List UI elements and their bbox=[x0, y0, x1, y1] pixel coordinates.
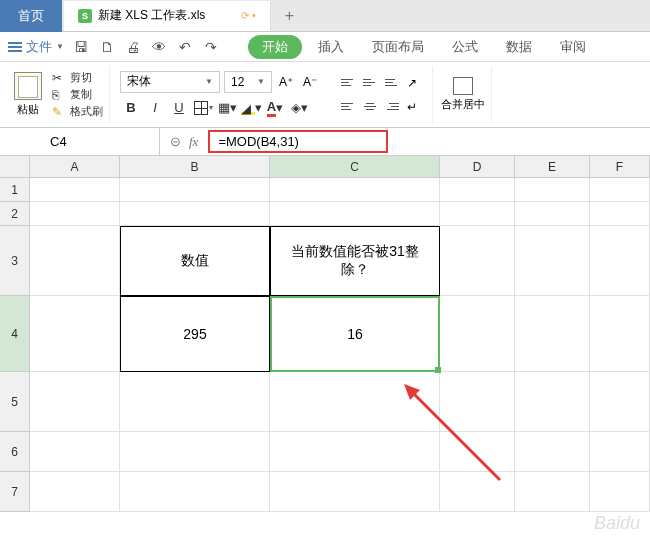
cell[interactable] bbox=[590, 296, 650, 372]
undo-icon[interactable]: ↶ bbox=[176, 38, 194, 56]
tab-insert[interactable]: 插入 bbox=[306, 34, 356, 60]
fill-pattern-button[interactable]: ▦▾ bbox=[216, 97, 238, 119]
cell[interactable] bbox=[590, 472, 650, 512]
col-header-a[interactable]: A bbox=[30, 156, 120, 178]
tab-data[interactable]: 数据 bbox=[494, 34, 544, 60]
print-icon[interactable]: 🖨 bbox=[124, 38, 142, 56]
decrease-font-icon[interactable]: A⁻ bbox=[300, 72, 320, 92]
row-header-1[interactable]: 1 bbox=[0, 178, 30, 202]
orientation-icon[interactable]: ↗ bbox=[404, 73, 424, 93]
cell-c4-active[interactable]: 16 bbox=[270, 296, 440, 372]
formula-input[interactable]: =MOD(B4,31) bbox=[208, 128, 650, 155]
bold-button[interactable]: B bbox=[120, 97, 142, 119]
cell[interactable] bbox=[515, 202, 590, 226]
file-menu[interactable]: 文件 ▼ bbox=[8, 38, 64, 56]
tab-review[interactable]: 审阅 bbox=[548, 34, 598, 60]
cell[interactable] bbox=[515, 432, 590, 472]
zoom-icon[interactable]: ⊝ bbox=[170, 134, 181, 149]
cell[interactable] bbox=[120, 372, 270, 432]
tab-start[interactable]: 开始 bbox=[248, 35, 302, 59]
row-header-2[interactable]: 2 bbox=[0, 202, 30, 226]
redo-icon[interactable]: ↷ bbox=[202, 38, 220, 56]
cut-button[interactable]: 剪切 bbox=[52, 70, 103, 85]
row-header-5[interactable]: 5 bbox=[0, 372, 30, 432]
col-header-d[interactable]: D bbox=[440, 156, 515, 178]
cell[interactable] bbox=[270, 432, 440, 472]
cell[interactable] bbox=[515, 178, 590, 202]
save-as-icon[interactable]: 🗋 bbox=[98, 38, 116, 56]
cell[interactable] bbox=[30, 432, 120, 472]
cell[interactable] bbox=[590, 372, 650, 432]
cell[interactable] bbox=[270, 372, 440, 432]
cell[interactable] bbox=[440, 372, 515, 432]
cell[interactable] bbox=[440, 202, 515, 226]
cell[interactable] bbox=[590, 202, 650, 226]
italic-button[interactable]: I bbox=[144, 97, 166, 119]
font-name-select[interactable]: 宋体▼ bbox=[120, 71, 220, 93]
cell[interactable] bbox=[440, 432, 515, 472]
copy-button[interactable]: 复制 bbox=[52, 87, 103, 102]
cell[interactable] bbox=[30, 296, 120, 372]
add-tab-button[interactable]: + bbox=[271, 7, 308, 25]
cell[interactable] bbox=[30, 178, 120, 202]
cell[interactable] bbox=[515, 226, 590, 296]
cell[interactable] bbox=[590, 432, 650, 472]
col-header-f[interactable]: F bbox=[590, 156, 650, 178]
align-left-icon[interactable] bbox=[338, 97, 358, 117]
tab-formula[interactable]: 公式 bbox=[440, 34, 490, 60]
row-header-4[interactable]: 4 bbox=[0, 296, 30, 372]
align-center-icon[interactable] bbox=[360, 97, 380, 117]
cell[interactable] bbox=[30, 472, 120, 512]
cell[interactable] bbox=[120, 472, 270, 512]
row-header-7[interactable]: 7 bbox=[0, 472, 30, 512]
font-size-select[interactable]: 12▼ bbox=[224, 71, 272, 93]
cell[interactable] bbox=[270, 178, 440, 202]
format-painter-button[interactable]: 格式刷 bbox=[52, 104, 103, 119]
fx-icon[interactable]: fx bbox=[189, 134, 198, 150]
borders-button[interactable]: ▾ bbox=[192, 97, 214, 119]
col-header-e[interactable]: E bbox=[515, 156, 590, 178]
row-header-6[interactable]: 6 bbox=[0, 432, 30, 472]
cell-b3[interactable]: 数值 bbox=[120, 226, 270, 296]
tab-home[interactable]: 首页 bbox=[0, 0, 62, 32]
align-bottom-icon[interactable] bbox=[382, 73, 402, 93]
cell[interactable] bbox=[440, 178, 515, 202]
cell[interactable] bbox=[515, 472, 590, 512]
font-color-button[interactable]: A▾ bbox=[264, 97, 286, 119]
effects-button[interactable]: ◈▾ bbox=[288, 97, 310, 119]
cell[interactable] bbox=[120, 432, 270, 472]
underline-button[interactable]: U bbox=[168, 97, 190, 119]
col-header-b[interactable]: B bbox=[120, 156, 270, 178]
tab-page-layout[interactable]: 页面布局 bbox=[360, 34, 436, 60]
cell[interactable] bbox=[30, 226, 120, 296]
cell[interactable] bbox=[440, 472, 515, 512]
col-header-c[interactable]: C bbox=[270, 156, 440, 178]
cell[interactable] bbox=[590, 226, 650, 296]
cell[interactable] bbox=[270, 472, 440, 512]
cell[interactable] bbox=[440, 226, 515, 296]
cell[interactable] bbox=[515, 372, 590, 432]
cell-c3[interactable]: 当前数值能否被31整除？ bbox=[270, 226, 440, 296]
cell[interactable] bbox=[515, 296, 590, 372]
name-box[interactable]: C4 bbox=[0, 128, 160, 155]
paste-button[interactable]: 粘贴 bbox=[14, 72, 42, 117]
fill-color-button[interactable]: ◢▾ bbox=[240, 97, 262, 119]
align-top-icon[interactable] bbox=[338, 73, 358, 93]
cell[interactable] bbox=[120, 202, 270, 226]
print-preview-icon[interactable]: 👁 bbox=[150, 38, 168, 56]
cell[interactable] bbox=[120, 178, 270, 202]
cell[interactable] bbox=[590, 178, 650, 202]
align-middle-icon[interactable] bbox=[360, 73, 380, 93]
cell[interactable] bbox=[30, 202, 120, 226]
increase-font-icon[interactable]: A⁺ bbox=[276, 72, 296, 92]
merge-center-button[interactable]: 合并居中 bbox=[441, 77, 485, 112]
cell[interactable] bbox=[270, 202, 440, 226]
tab-document[interactable]: S 新建 XLS 工作表.xls ⟳ • bbox=[64, 1, 271, 31]
save-icon[interactable]: 🖫 bbox=[72, 38, 90, 56]
align-right-icon[interactable] bbox=[382, 97, 402, 117]
cell-b4[interactable]: 295 bbox=[120, 296, 270, 372]
select-all-corner[interactable] bbox=[0, 156, 30, 178]
wrap-text-icon[interactable]: ↵ bbox=[404, 97, 424, 117]
cell[interactable] bbox=[30, 372, 120, 432]
cell[interactable] bbox=[440, 296, 515, 372]
